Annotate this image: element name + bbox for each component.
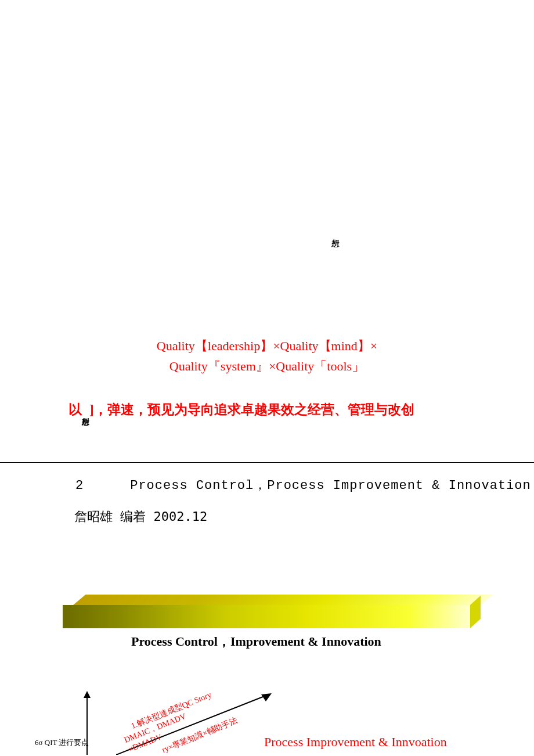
bar-top-face <box>73 595 493 605</box>
bar-front-face <box>63 605 470 628</box>
quality-line-1: Quality【leadership】×Quality【mind】× <box>64 336 470 356</box>
gradient-bar-3d <box>63 595 481 628</box>
bar-label: Process Control，Improvement & Innovation <box>131 633 381 650</box>
red-quality-statement: Quality【leadership】×Quality【mind】× Quali… <box>64 336 470 421</box>
footer-text: 6σ QIT 进行要点 <box>35 737 89 748</box>
line3-pre: 以 <box>68 402 82 417</box>
section-title: Process Control，Process Improvement & In… <box>130 478 531 493</box>
horizontal-rule <box>0 462 534 463</box>
svg-marker-1 <box>84 691 91 698</box>
quality-line-2: Quality『system』×Quality「tools」 <box>64 356 470 376</box>
author-line: 詹昭雄 编着 2002.12 <box>74 508 207 525</box>
bottom-red-title: Process Improvement & Innvoation <box>264 735 447 750</box>
quality-line-3: 以所想]，弹速，预见为导向追求卓越果效之经营、管理与改创 <box>64 399 470 421</box>
section-2-heading: 2Process Control，Process Improvement & I… <box>75 476 531 494</box>
section-number: 2 <box>75 478 84 493</box>
line3-post: ]，弹速，预见为导向追求卓越果效之经营、管理与改创 <box>89 402 414 417</box>
